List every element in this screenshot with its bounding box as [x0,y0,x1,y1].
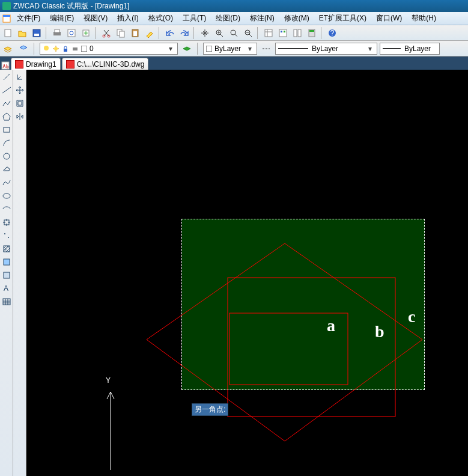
layer-states-button[interactable] [17,42,30,55]
gradient-button[interactable] [1,256,13,268]
line-button[interactable] [1,71,13,83]
linetype-value: ByLayer [312,44,338,53]
svg-rect-23 [294,29,297,37]
redo-button[interactable] [178,26,191,40]
mirror-button[interactable] [14,111,26,123]
svg-point-38 [3,194,10,198]
new-button[interactable] [1,26,14,40]
svg-rect-20 [279,29,287,37]
cut-button[interactable] [100,26,113,40]
mtext-button[interactable]: A [1,282,13,294]
svg-rect-43 [4,259,10,265]
calc-button[interactable] [305,26,318,40]
window-icon[interactable] [1,12,12,25]
tool-palettes-button[interactable] [291,26,304,40]
layer-combo[interactable]: 0 ▾ [40,43,178,55]
lineweight-combo[interactable]: ByLayer [380,43,440,55]
pan-button[interactable] [198,26,211,40]
copy-button[interactable] [114,26,127,40]
dropdown-arrow-icon: ▾ [246,44,254,53]
color-swatch [81,46,87,52]
offset-button[interactable] [14,97,26,109]
revcloud-button[interactable] [1,163,13,175]
menu-insert[interactable]: 插入(I) [112,12,143,25]
rectangle-button[interactable] [1,124,13,136]
zoom-rt-button[interactable] [213,26,226,40]
separator [321,27,323,39]
color-value: ByLayer [214,44,241,53]
linetype-combo[interactable]: ByLayer ▾ [275,43,377,55]
svg-rect-1 [3,15,10,17]
zoom-window-button[interactable] [227,26,240,40]
circle-button[interactable] [1,150,13,162]
svg-text:?: ? [330,29,335,37]
spline-button[interactable] [1,177,13,189]
move-button[interactable] [14,84,26,96]
svg-rect-13 [120,31,124,37]
svg-rect-7 [68,29,75,37]
svg-rect-26 [309,30,314,32]
menu-draw[interactable]: 绘图(D) [211,12,245,25]
menu-help[interactable]: 帮助(H) [407,12,441,25]
linetype-button[interactable] [260,42,273,55]
hatch-button[interactable] [1,243,13,255]
svg-rect-19 [265,29,272,37]
drawing-canvas[interactable]: a b c 另一角点: Y [26,70,468,476]
separator [95,27,97,39]
help-button[interactable]: ? [326,26,339,40]
menu-ettools[interactable]: ET扩展工具(X) [314,12,371,25]
svg-rect-4 [34,34,39,36]
xline-button[interactable] [1,84,13,96]
undo-button[interactable] [163,26,177,40]
region-button[interactable] [1,269,13,281]
ellipse-button[interactable] [1,190,13,202]
menu-edit[interactable]: 编辑(E) [45,12,79,25]
annotation-b: b [375,322,384,341]
tab-clinic3d[interactable]: C:\...\CLINIC-3D.dwg [62,58,149,70]
print-button[interactable] [50,26,64,40]
svg-rect-44 [4,272,10,278]
svg-point-17 [231,30,236,35]
properties-button[interactable] [262,26,275,40]
svg-rect-24 [298,29,301,37]
color-combo[interactable]: ByLayer ▾ [203,43,257,55]
design-center-button[interactable] [276,26,290,40]
menubar: 文件(F) 编辑(E) 视图(V) 插入(I) 格式(O) 工具(T) 绘图(D… [0,12,468,25]
menu-file[interactable]: 文件(F) [12,12,45,25]
menu-tools[interactable]: 工具(T) [178,12,211,25]
menu-window[interactable]: 窗口(W) [371,12,407,25]
polyline-button[interactable] [1,97,13,109]
dropdown-arrow-icon: ▾ [166,44,175,53]
save-button[interactable] [30,26,43,40]
tab-drawing1[interactable]: Drawing1 [11,58,61,70]
zoom-prev-button[interactable] [242,26,255,40]
menu-format[interactable]: 格式(O) [144,12,178,25]
file-icon [66,60,74,69]
insert-block-button[interactable] [1,216,13,228]
menu-modify[interactable]: 修改(M) [279,12,314,25]
arc-button[interactable] [1,137,13,149]
preview-button[interactable] [65,26,78,40]
publish-button[interactable] [79,26,93,40]
svg-rect-6 [55,29,59,32]
draw-toolbar: A [0,70,13,476]
menu-view[interactable]: 视图(V) [79,12,112,25]
ellipse-arc-button[interactable] [1,203,13,215]
edit-toggle-icon[interactable] [1,61,10,70]
dropdown-arrow-icon: ▾ [366,44,374,53]
ucs-button[interactable] [14,71,26,83]
layer-iso-button[interactable] [180,42,193,55]
point-button[interactable] [1,230,13,242]
separator [193,27,196,39]
polygon-button[interactable] [1,111,13,123]
menu-dimension[interactable]: 标注(N) [245,12,279,25]
workarea: A a b c 另一角点: Y [0,70,468,476]
open-button[interactable] [16,26,29,40]
layer-props-button[interactable] [1,42,14,55]
paste-button[interactable] [129,26,142,40]
document-tabbar: Drawing1 C:\...\CLINIC-3D.dwg [0,56,468,70]
matchprop-button[interactable] [143,26,156,40]
table-button[interactable] [1,296,13,308]
svg-rect-22 [284,31,285,32]
svg-rect-21 [281,31,282,32]
